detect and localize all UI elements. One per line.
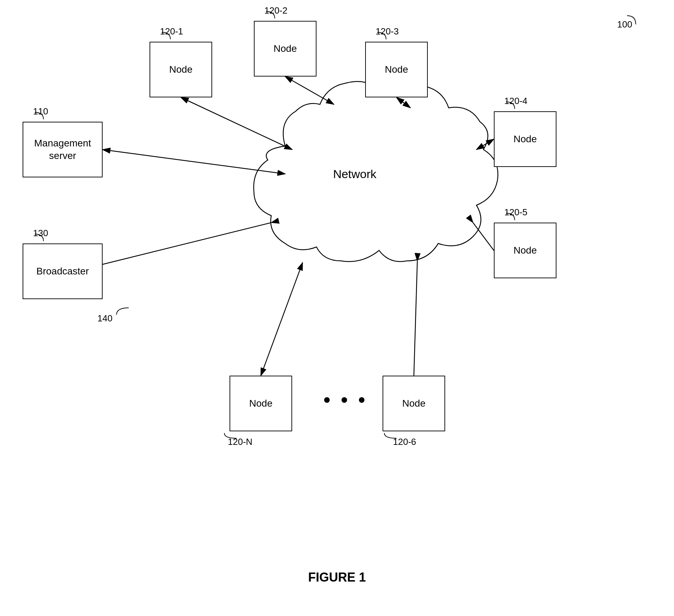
ref-100-bracket [615,14,643,28]
node1-box: Node [150,42,212,97]
svg-line-2 [103,150,285,174]
svg-line-6 [396,97,410,108]
diagram-svg [0,0,674,616]
nodeN-box: Node [230,376,292,431]
node5-box: Node [494,223,556,278]
svg-point-12 [342,397,347,403]
ref-130-label: 130 [33,228,48,239]
ref-node1-label: 120-1 [160,26,183,37]
svg-line-7 [476,139,494,150]
ref-node3-label: 120-3 [376,26,399,37]
svg-line-8 [473,223,494,250]
ref-nodeN-label: 120-N [228,437,252,447]
svg-line-3 [103,223,271,264]
ref-node2-label: 120-2 [264,5,288,16]
svg-point-13 [359,397,364,403]
broadcaster-box: Broadcaster [23,243,103,299]
node2-box: Node [254,21,316,77]
ref-node4-label: 120-4 [504,96,528,106]
management-server-box: Managementserver [23,122,103,177]
node3-box: Node [365,42,428,97]
ref-node6-label: 120-6 [393,437,416,447]
ref-140-label: 140 [97,313,112,324]
figure-label: FIGURE 1 [0,570,674,585]
svg-line-5 [285,77,334,104]
svg-line-4 [181,97,292,150]
svg-point-11 [324,397,330,403]
svg-line-9 [414,261,417,376]
network-label: Network [323,163,386,184]
node6-box: Node [383,376,445,431]
ref-node5-label: 120-5 [504,207,528,218]
node4-box: Node [494,111,556,167]
ref-140-bracket [115,306,136,317]
diagram-container: Network 100 Managementserver 110 Broadca… [0,0,674,616]
ref-110-label: 110 [33,106,48,117]
svg-line-10 [261,263,303,376]
